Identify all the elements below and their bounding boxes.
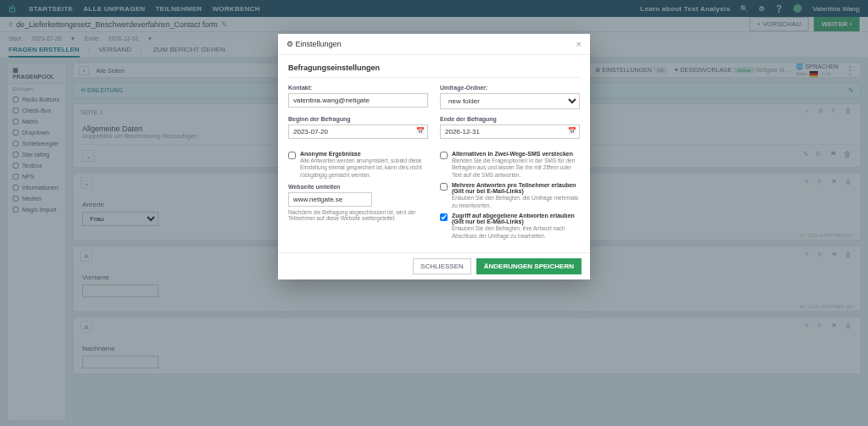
section-survey-settings: Befragungseinstellungen: [288, 64, 580, 72]
access-desc: Erlauben Sie den Befragten, ihre Antwort…: [452, 225, 580, 240]
anon-checkbox[interactable]: [288, 152, 296, 159]
access-title: Zugriff auf abgegebene Antworten erlaube…: [452, 213, 580, 224]
modal-overlay: ⚙ Einstellungen × Befragungseinstellunge…: [0, 0, 868, 426]
access-checkbox[interactable]: [440, 213, 448, 221]
kontakt-label: Kontakt:: [288, 85, 428, 91]
modal-title: Einstellungen: [296, 40, 342, 48]
ende-input[interactable]: [440, 124, 580, 139]
web-desc: Nachdem die Befragung abgeschlossen ist,…: [288, 209, 428, 221]
ende-label: Ende der Befragung: [440, 116, 580, 122]
beginn-input[interactable]: [288, 124, 428, 139]
web-label: Webseite umleiten: [288, 184, 428, 190]
sms-checkbox[interactable]: [440, 152, 448, 159]
ordner-select[interactable]: new folder: [440, 93, 580, 109]
ordner-label: Umfrage-Ordner:: [440, 85, 580, 91]
sms-desc: Blenden Sie die Frageoptionen in der SMS…: [452, 158, 580, 179]
calendar-icon[interactable]: 📅: [416, 127, 425, 135]
save-button[interactable]: ÄNDERUNGEN SPEICHERN: [476, 258, 581, 274]
anon-title: Anonyme Ergebnisse: [300, 151, 428, 157]
multi-title: Mehrere Antworten pro Teilnehmer erlaube…: [452, 182, 580, 194]
close-icon[interactable]: ×: [576, 39, 581, 49]
sms-title: Alternativen in Zwei-Wege-SMS verstecken: [452, 151, 580, 157]
web-input[interactable]: [288, 192, 372, 207]
multi-checkbox[interactable]: [440, 183, 448, 191]
beginn-label: Beginn der Befragung: [288, 116, 428, 122]
calendar-icon-2[interactable]: 📅: [568, 127, 576, 135]
gear-icon: ⚙: [287, 40, 293, 48]
close-button[interactable]: SCHLIESSEN: [413, 258, 471, 274]
kontakt-input[interactable]: [288, 93, 428, 108]
settings-modal: ⚙ Einstellungen × Befragungseinstellunge…: [278, 34, 590, 279]
anon-desc: Alle Antworten werden anonymisiert, soba…: [300, 158, 428, 179]
multi-desc: Erlauben Sie den Befragten, die Umfrage …: [452, 195, 580, 209]
